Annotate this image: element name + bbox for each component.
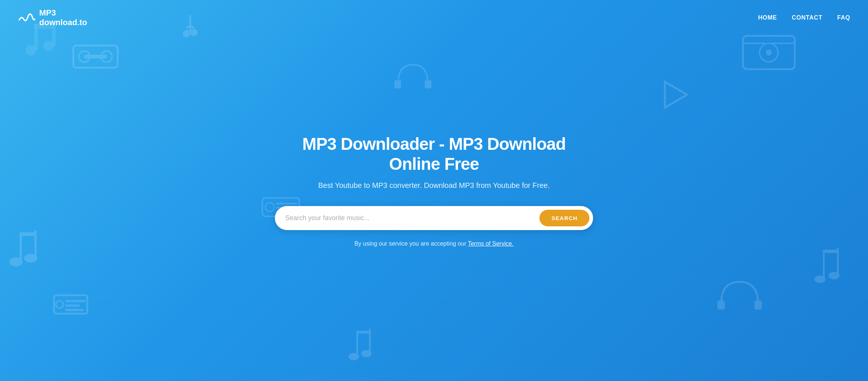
svg-rect-42 (369, 329, 371, 353)
nav-links: HOME CONTACT FAQ (758, 14, 850, 21)
svg-rect-17 (65, 304, 80, 307)
nav-faq[interactable]: FAQ (837, 14, 850, 21)
nav-home[interactable]: HOME (758, 14, 777, 21)
hero-section: MP3 download.to HOME CONTACT FAQ MP3 Dow… (0, 0, 868, 381)
nav-contact[interactable]: CONTACT (792, 14, 822, 21)
svg-rect-43 (356, 331, 371, 334)
svg-rect-16 (65, 300, 85, 302)
svg-point-6 (79, 51, 90, 62)
svg-point-7 (101, 51, 112, 62)
svg-point-22 (760, 43, 778, 62)
svg-point-23 (766, 50, 772, 55)
svg-rect-44 (394, 80, 401, 88)
search-input[interactable] (285, 211, 539, 225)
logo-link[interactable]: MP3 download.to (18, 8, 87, 28)
search-button[interactable]: SEARCH (539, 210, 589, 226)
svg-rect-30 (823, 250, 839, 253)
svg-rect-28 (823, 250, 825, 279)
search-bar: SEARCH (275, 206, 593, 230)
svg-rect-45 (425, 80, 431, 88)
svg-rect-5 (73, 45, 118, 68)
svg-rect-12 (34, 230, 37, 258)
svg-rect-31 (717, 300, 725, 310)
logo-icon (18, 9, 36, 27)
svg-point-0 (26, 45, 36, 55)
hero-subtitle: Best Youtube to MP3 converter. Download … (275, 181, 593, 190)
svg-point-26 (814, 276, 825, 283)
svg-marker-33 (665, 82, 687, 108)
svg-rect-13 (20, 232, 37, 236)
terms-link[interactable]: Terms of Service. (468, 240, 514, 247)
search-container: SEARCH (275, 206, 593, 230)
svg-rect-41 (356, 331, 358, 357)
navbar: MP3 download.to HOME CONTACT FAQ (0, 0, 868, 36)
svg-point-10 (24, 254, 37, 263)
svg-rect-18 (65, 309, 84, 311)
logo-text: MP3 download.to (39, 8, 87, 28)
svg-rect-32 (754, 300, 762, 310)
svg-rect-8 (84, 55, 107, 58)
svg-rect-21 (743, 36, 795, 69)
hero-content: MP3 Downloader - MP3 Download Online Fre… (268, 134, 600, 247)
svg-rect-11 (20, 232, 22, 262)
terms-text: By using our service you are accepting o… (275, 240, 593, 247)
svg-point-27 (828, 272, 840, 279)
svg-point-1 (43, 40, 54, 51)
svg-point-39 (349, 353, 359, 360)
svg-rect-14 (54, 295, 87, 314)
hero-title: MP3 Downloader - MP3 Download Online Fre… (275, 134, 593, 174)
svg-point-15 (56, 301, 63, 308)
svg-point-40 (361, 350, 371, 357)
svg-point-9 (9, 257, 23, 266)
svg-rect-29 (837, 248, 839, 276)
